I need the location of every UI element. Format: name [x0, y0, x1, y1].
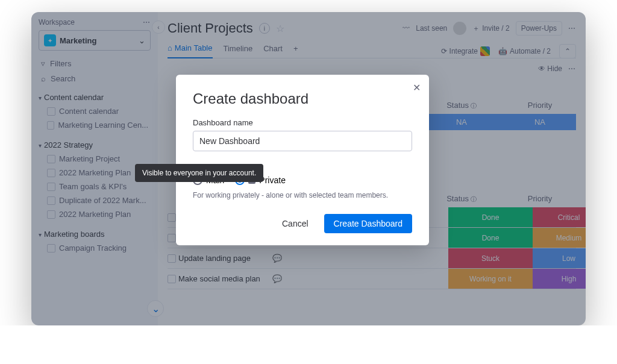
modal-title: Create dashboard: [193, 90, 412, 107]
tooltip: Visible to everyone in your account.: [135, 164, 263, 182]
dashboard-name-input[interactable]: [193, 131, 412, 151]
privacy-description: For working privately - alone or with se…: [193, 191, 412, 199]
close-icon[interactable]: ✕: [413, 82, 421, 93]
create-dashboard-modal: ✕ Create dashboard Dashboard name Main P…: [176, 75, 429, 245]
dashboard-name-label: Dashboard name: [193, 118, 412, 127]
app-window: Workspace ✦ Marketing ⌄ ▿ Filters ⌕ Sear…: [31, 12, 586, 325]
create-dashboard-button[interactable]: Create Dashboard: [324, 214, 412, 233]
cancel-button[interactable]: Cancel: [272, 214, 318, 233]
